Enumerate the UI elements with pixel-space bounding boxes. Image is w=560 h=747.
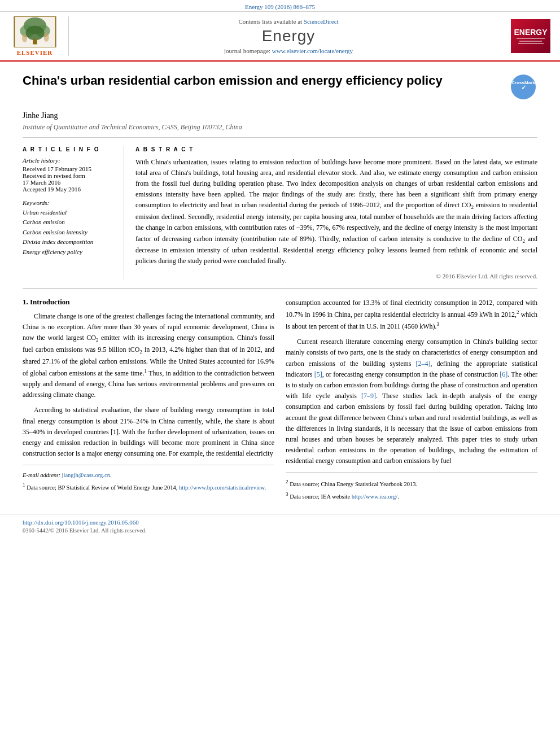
email-footnote: E-mail address: jiangjh@cass.org.cn. [23, 471, 274, 480]
energy-badge-title: ENERGY [514, 28, 547, 37]
article-title-section: China's urban residential carbon emissio… [23, 62, 537, 138]
bottom-bar: http://dx.doi.org/10.1016/j.energy.2016.… [0, 514, 560, 538]
revised-label: Received in revised form [23, 172, 115, 179]
article-affiliation: Institute of Quantitative and Technical … [23, 123, 537, 132]
right-para-2: Current research literature concerning e… [286, 337, 537, 466]
keywords-list: Urban residential Carbon emission Carbon… [23, 208, 115, 257]
main-col-right: consumption accounted for 13.3% of final… [286, 298, 537, 505]
intro-para-1: Climate change is one of the greatest ch… [23, 311, 274, 401]
citation-text: Energy 109 (2016) 866–875 [245, 3, 315, 10]
intro-para-2: According to statistical evaluation, the… [23, 405, 274, 459]
footnotes-section: E-mail address: jiangjh@cass.org.cn. 1 D… [23, 465, 274, 496]
right-footnotes-section: 2 Data source; China Energy Statistical … [286, 472, 537, 505]
abstract-label: A B S T R A C T [135, 146, 537, 152]
ref-6[interactable]: [6] [500, 370, 508, 378]
keywords-block: Keywords: Urban residential Carbon emiss… [23, 199, 115, 257]
svg-point-7 [22, 34, 27, 42]
abstract-section: A B S T R A C T With China's urbanizatio… [135, 146, 537, 279]
article-wrapper: China's urban residential carbon emissio… [0, 62, 560, 514]
fn3-line: 3 Data source; IEA website http://www.ie… [286, 491, 537, 501]
article-body: A R T I C L E I N F O Article history: R… [23, 138, 537, 289]
ref-5[interactable]: [5] [314, 370, 322, 378]
copyright-text: © 2016 Elsevier Ltd. All rights reserved… [135, 273, 537, 279]
ref-2-4[interactable]: [2–4] [415, 360, 430, 368]
article-info-label: A R T I C L E I N F O [23, 146, 115, 152]
elsevier-logo: ELSEVIER [12, 16, 58, 56]
fn1-line: 1 Data source; BP Statistical Review of … [23, 482, 274, 492]
elsevier-tree-icon [12, 16, 58, 47]
revised-date: 17 March 2016 [23, 179, 115, 186]
science-direct-link[interactable]: ScienceDirect [304, 18, 339, 25]
keywords-label: Keywords: [23, 199, 115, 206]
accepted-date: Accepted 19 May 2016 [23, 186, 115, 193]
history-block: Article history: Received 17 February 20… [23, 157, 115, 193]
fn2-line: 2 Data source; China Energy Statistical … [286, 478, 537, 488]
abstract-text: With China's urbanization, issues relati… [135, 157, 537, 267]
history-label: Article history: [23, 157, 115, 164]
elsevier-wordmark: ELSEVIER [17, 49, 53, 56]
article-title-row: China's urban residential carbon emissio… [23, 73, 537, 106]
keyword-5: Energy efficiency policy [23, 247, 115, 257]
keyword-3: Carbon emission intensity [23, 228, 115, 238]
journal-homepage: journal homepage: www.elsevier.com/locat… [224, 47, 353, 54]
main-content: 1. Introduction Climate change is one of… [23, 289, 537, 514]
received-date: Received 17 February 2015 [23, 165, 115, 172]
elsevier-logo-container: ELSEVIER [7, 16, 69, 56]
fn3-url[interactable]: http://www.iea.org/ [352, 493, 397, 499]
intro-heading-text: 1. Introduction [23, 298, 70, 306]
svg-text:✓: ✓ [521, 84, 526, 91]
crossmark-icon: CrossMark ✓ [509, 73, 537, 101]
crossmark-badge: CrossMark ✓ [509, 73, 537, 106]
keyword-1: Urban residential [23, 208, 115, 218]
homepage-link[interactable]: www.elsevier.com/locate/energy [272, 47, 353, 54]
issn-text: 0360-5442/© 2016 Elsevier Ltd. All right… [23, 527, 537, 534]
svg-point-8 [43, 32, 49, 42]
ref-7-9[interactable]: [7–9] [361, 392, 376, 400]
energy-badge-container: ENERGY [508, 16, 553, 56]
email-link[interactable]: jiangjh@cass.org.cn [62, 472, 110, 478]
keyword-2: Carbon emission [23, 217, 115, 228]
svg-rect-5 [33, 39, 37, 44]
journal-title: Energy [262, 27, 316, 45]
right-para-1: consumption accounted for 13.3% of final… [286, 298, 537, 333]
contents-available-text: Contents lists available at ScienceDirec… [238, 18, 338, 25]
article-info-column: A R T I C L E I N F O Article history: R… [23, 146, 124, 279]
article-author: Jinhe Jiang [23, 111, 537, 120]
journal-header: ELSEVIER Contents lists available at Sci… [0, 12, 560, 62]
journal-info-center: Contents lists available at ScienceDirec… [75, 16, 502, 56]
doi-link[interactable]: http://dx.doi.org/10.1016/j.energy.2016.… [23, 519, 537, 526]
fn1-url[interactable]: http://www.bp.com/statisticalreview [179, 484, 264, 491]
citation-bar: Energy 109 (2016) 866–875 [0, 0, 560, 12]
intro-heading: 1. Introduction [23, 298, 274, 307]
svg-point-4 [25, 26, 44, 41]
energy-badge: ENERGY [511, 19, 550, 53]
keyword-4: Divisia index decomposition [23, 237, 115, 247]
article-title-text: China's urban residential carbon emissio… [23, 73, 443, 89]
main-col-left: 1. Introduction Climate change is one of… [23, 298, 274, 505]
